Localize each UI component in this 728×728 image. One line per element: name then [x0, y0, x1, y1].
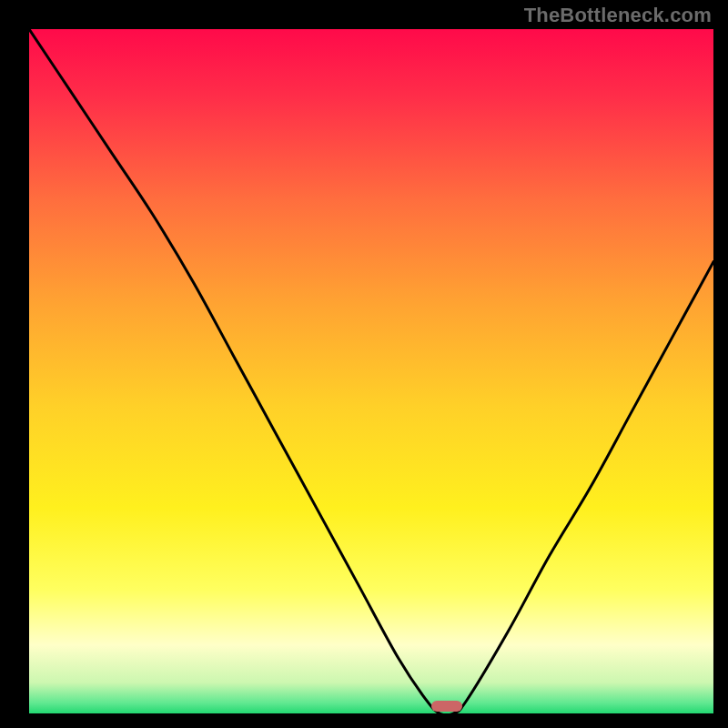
watermark-text: TheBottleneck.com: [524, 4, 712, 27]
plot-area: [29, 29, 713, 713]
optimal-marker: [431, 701, 462, 712]
chart-container: TheBottleneck.com: [0, 0, 728, 728]
chart-svg: [29, 29, 713, 713]
